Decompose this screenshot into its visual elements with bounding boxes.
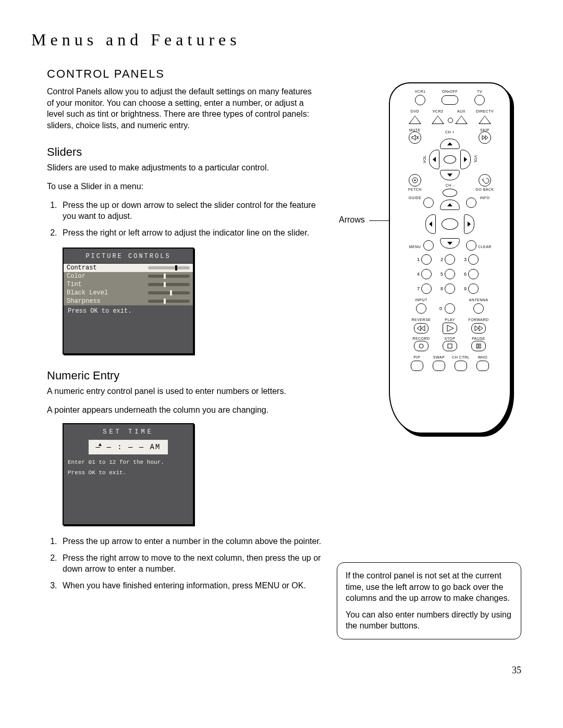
- play-button[interactable]: [443, 323, 457, 334]
- input-button[interactable]: [416, 303, 426, 314]
- label-menu: MENU: [405, 245, 425, 249]
- aux-button[interactable]: [455, 116, 468, 124]
- label-goback: GO BACK: [474, 188, 495, 191]
- vcr1-button[interactable]: [415, 95, 425, 105]
- svg-point-3: [414, 180, 416, 181]
- mute-button[interactable]: [409, 131, 421, 144]
- num-label-4: 4: [414, 272, 420, 277]
- num-4-button[interactable]: [421, 269, 432, 279]
- num-3-button[interactable]: [468, 254, 479, 265]
- forward-button[interactable]: [471, 323, 486, 334]
- who-button[interactable]: [476, 361, 489, 371]
- page-title: Menus and Features: [31, 30, 522, 50]
- control-panels-intro: Control Panels allow you to adjust the d…: [47, 86, 318, 131]
- svg-rect-6: [476, 344, 478, 348]
- reverse-button[interactable]: [414, 323, 429, 334]
- dvd-button[interactable]: [409, 116, 421, 124]
- slider-step-1: Press the up or down arrow to select the…: [59, 200, 331, 222]
- slider-track: [148, 266, 190, 269]
- goback-button[interactable]: [479, 174, 491, 187]
- label-dvd: DVD: [405, 109, 425, 113]
- num-2-button[interactable]: [445, 254, 455, 265]
- set-time-caret-icon: ▲: [99, 442, 103, 448]
- slider-step-2: Press the right or left arrow to adjust …: [59, 227, 331, 239]
- picture-row: Black Level: [64, 289, 193, 297]
- fetch-button[interactable]: [409, 174, 421, 187]
- picture-controls-panel: PICTURE CONTROLS ContrastColorTintBlack …: [63, 248, 194, 354]
- pause-button[interactable]: [471, 341, 486, 351]
- ok-button[interactable]: [442, 218, 458, 230]
- picture-controls-title: PICTURE CONTROLS: [64, 249, 193, 263]
- onoff-button[interactable]: [442, 95, 458, 105]
- label-who: WHO: [472, 355, 493, 359]
- tip-p1: If the control panel is not set at the c…: [346, 570, 512, 604]
- antenna-button[interactable]: [473, 303, 484, 314]
- sliders-p2: To use a Slider in a menu:: [47, 181, 318, 192]
- record-button[interactable]: [414, 341, 429, 351]
- vol-down-button[interactable]: [429, 150, 439, 169]
- numeric-step-3: When you have finished entering informat…: [59, 580, 331, 591]
- label-info: INFO: [474, 196, 495, 200]
- arrow-left-button[interactable]: [425, 214, 436, 234]
- num-5-button[interactable]: [445, 269, 455, 279]
- numeric-p1: A numeric entry control panel is used to…: [47, 386, 318, 397]
- ch-up-button[interactable]: [440, 139, 460, 149]
- num-9-button[interactable]: [468, 283, 479, 294]
- tip-p2: You can also enter numbers directly by u…: [346, 609, 512, 632]
- vol-up-button[interactable]: [460, 150, 471, 169]
- set-time-panel: SET TIME ▲ — — : — — AM Enter 01 to 12 f…: [63, 423, 194, 526]
- directv-button[interactable]: [479, 116, 491, 124]
- pip-button[interactable]: [411, 361, 423, 371]
- picture-row: Tint: [64, 280, 193, 289]
- numeric-p2: A pointer appears underneath the column …: [47, 404, 318, 416]
- svg-rect-7: [479, 344, 481, 348]
- page-number: 35: [512, 665, 521, 676]
- ch-down-button[interactable]: [440, 170, 460, 180]
- label-stop: STOP: [439, 337, 460, 340]
- numeric-steps: Press the up arrow to enter a number in …: [47, 536, 331, 591]
- slider-track: [148, 291, 190, 294]
- num-6-button[interactable]: [468, 269, 479, 279]
- skip-icon: [479, 132, 491, 143]
- num-label-2: 2: [438, 257, 443, 262]
- arrows-callout-label: Arrows: [339, 215, 365, 225]
- mid-oval-button[interactable]: [443, 189, 457, 197]
- label-reverse: REVERSE: [411, 318, 432, 322]
- slider-thumb: [170, 290, 172, 295]
- arrow-right-button[interactable]: [464, 214, 474, 234]
- slider-track: [148, 300, 190, 303]
- forward-icon: [472, 324, 485, 333]
- arrow-down-button[interactable]: [440, 238, 460, 249]
- tv-button[interactable]: [474, 95, 485, 105]
- arrow-up-button[interactable]: [440, 200, 460, 210]
- label-vcr1: VCR1: [410, 90, 431, 93]
- num-1-button[interactable]: [421, 254, 432, 265]
- stop-button[interactable]: [443, 341, 457, 351]
- num-label-7: 7: [414, 286, 420, 291]
- picture-row-label: Contrast: [67, 264, 97, 272]
- info-button[interactable]: [466, 198, 476, 208]
- ch-vol-center: [444, 155, 456, 164]
- label-record: RECORD: [411, 337, 432, 340]
- skip-button[interactable]: [479, 131, 491, 144]
- label-chctrl: CH CTRL: [450, 355, 471, 359]
- label-directv: DIRECTV: [474, 109, 495, 113]
- swap-button[interactable]: [433, 361, 445, 371]
- num-0-button[interactable]: [445, 303, 455, 314]
- slider-thumb: [164, 299, 166, 304]
- numeric-step-1: Press the up arrow to enter a number in …: [59, 536, 331, 547]
- label-input: INPUT: [411, 298, 432, 302]
- set-time-note: Enter 01 to 12 for the hour.: [64, 456, 193, 467]
- svg-point-4: [419, 344, 423, 348]
- picture-controls-rows: ContrastColorTintBlack LevelSharpness: [64, 263, 193, 305]
- label-tv: TV: [469, 90, 490, 93]
- vcr2-button[interactable]: [432, 116, 444, 124]
- chctrl-button[interactable]: [455, 361, 467, 371]
- num-label-1: 1: [414, 257, 420, 262]
- guide-button[interactable]: [423, 198, 434, 208]
- reverse-icon: [414, 324, 428, 333]
- label-swap: SWAP: [429, 355, 449, 359]
- label-vol-left: VOL: [423, 149, 426, 170]
- num-8-button[interactable]: [445, 283, 455, 294]
- num-7-button[interactable]: [421, 283, 432, 294]
